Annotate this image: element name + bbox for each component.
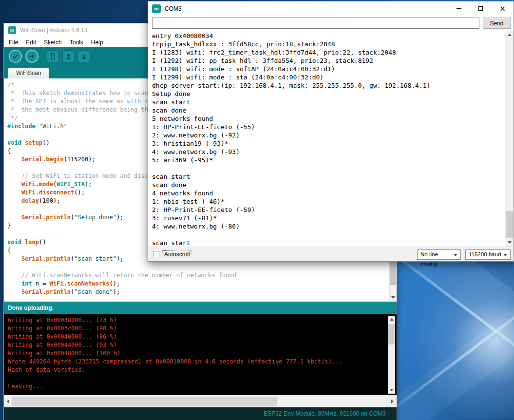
autoscroll-label[interactable]: Autoscroll bbox=[162, 250, 192, 258]
serial-line: 4 networks found bbox=[152, 189, 505, 197]
serial-line: I (1299) wifi: mode : sta (24:0a:c4:00:3… bbox=[152, 73, 505, 81]
code-line bbox=[7, 263, 397, 271]
triangle-down-icon bbox=[390, 389, 394, 391]
autoscroll-checkbox[interactable] bbox=[153, 251, 159, 257]
save-sketch-button[interactable] bbox=[78, 50, 90, 62]
console-scrollbar[interactable] bbox=[388, 316, 395, 394]
serial-line: 2: www.networx.bg (-92) bbox=[152, 131, 505, 139]
menu-file[interactable]: File bbox=[9, 39, 18, 46]
upload-button[interactable] bbox=[25, 50, 38, 63]
tab-wifiscan[interactable]: WiFiScan bbox=[8, 68, 49, 78]
check-icon bbox=[12, 53, 19, 60]
menu-edit[interactable]: Edit bbox=[26, 39, 36, 46]
serial-line: 3: hristian19 (-93)* bbox=[152, 139, 505, 148]
verify-button[interactable] bbox=[9, 50, 22, 63]
code-line: Serial.println("scan done"); bbox=[7, 288, 397, 296]
serial-line: 4: www.networx.bg (-86) bbox=[152, 222, 505, 230]
serial-line: tcpip_task_hdlxxx : 3ffd58cc, prio:18,st… bbox=[152, 40, 505, 48]
scroll-up-button[interactable] bbox=[388, 316, 395, 323]
console-line: Writing at 0x00044000... (93 %) bbox=[8, 341, 393, 349]
line-ending-select[interactable]: No line ending bbox=[417, 249, 461, 260]
triangle-left-icon bbox=[7, 400, 9, 403]
baud-select[interactable]: 115200 baud bbox=[465, 249, 511, 260]
scroll-down-button[interactable] bbox=[505, 238, 514, 247]
serial-line: 4: www.networx.bg (-93) bbox=[152, 148, 505, 156]
baud-value: 115200 baud bbox=[469, 251, 501, 257]
serial-line: 2: HP-Print-EE-ficeto (-59) bbox=[152, 206, 505, 214]
arduino-logo-icon: ∞ bbox=[8, 26, 16, 34]
close-icon: × bbox=[499, 4, 506, 13]
serial-bottom-bar: Autoscroll No line ending 115200 baud bbox=[148, 247, 514, 261]
console-horizontal-scrollbar[interactable] bbox=[4, 395, 397, 407]
new-sketch-button[interactable] bbox=[47, 50, 59, 62]
serial-line: Setup done bbox=[152, 90, 505, 98]
scroll-right-button[interactable] bbox=[388, 396, 397, 407]
serial-window-title: COM3 bbox=[165, 5, 182, 12]
scroll-down-button[interactable] bbox=[390, 293, 397, 302]
menu-help[interactable]: Help bbox=[91, 39, 103, 46]
console-line: Writing at 0x00038000... (73 %) bbox=[8, 316, 393, 325]
open-sketch-button[interactable] bbox=[62, 50, 75, 62]
line-ending-value: No line ending bbox=[420, 251, 438, 267]
serial-output[interactable]: entry 0x40080034tcpip_task_hdlxxx : 3ffd… bbox=[149, 31, 505, 247]
scroll-up-button[interactable] bbox=[505, 31, 514, 39]
triangle-up-icon bbox=[390, 318, 394, 321]
maximize-button[interactable] bbox=[470, 1, 492, 16]
console-line: Wrote 449264 bytes (233715 compressed) a… bbox=[8, 358, 393, 366]
serial-line: scan start bbox=[152, 239, 505, 247]
menu-sketch[interactable]: Sketch bbox=[44, 39, 62, 46]
chevron-down-icon bbox=[503, 254, 507, 256]
scroll-left-button[interactable] bbox=[4, 396, 12, 407]
arduino-logo-icon: ∞ bbox=[152, 4, 161, 13]
serial-line: 5: ari369 (-95)* bbox=[152, 156, 505, 164]
console-line bbox=[8, 374, 393, 382]
serial-line: I (1292) wifi: pp_task_hdl : 3ffda554, p… bbox=[152, 57, 505, 65]
console-line: Writing at 0x00040000... (86 %) bbox=[8, 333, 393, 341]
serial-line: 1: nbis-test (-46)* bbox=[152, 197, 505, 206]
upload-status-bar: Done uploading. bbox=[4, 302, 397, 314]
scrollbar-thumb[interactable] bbox=[388, 324, 395, 344]
menu-tools[interactable]: Tools bbox=[70, 39, 83, 46]
document-icon bbox=[49, 53, 57, 60]
serial-line: dhcp server start:(ip: 192.168.4.1, mask… bbox=[152, 81, 505, 90]
console-line: Writing at 0x0003c000... (80 %) bbox=[8, 325, 393, 333]
console-line: Leaving... bbox=[8, 382, 393, 391]
triangle-up-icon bbox=[508, 34, 512, 36]
serial-line: scan start bbox=[152, 172, 505, 181]
serial-line: scan start bbox=[152, 98, 505, 106]
scroll-down-button[interactable] bbox=[388, 386, 395, 394]
tab-label: WiFiScan bbox=[16, 70, 41, 76]
window-controls: × bbox=[448, 1, 514, 16]
serial-input[interactable] bbox=[152, 18, 479, 29]
triangle-down-icon bbox=[391, 296, 395, 299]
arrow-up-icon bbox=[65, 53, 72, 60]
serial-line bbox=[152, 230, 505, 239]
arrow-right-icon bbox=[28, 53, 36, 60]
ide-window-title: WiFiScan | Arduino 1.6.13 bbox=[20, 27, 88, 34]
arrow-down-icon bbox=[80, 53, 88, 60]
serial-line: I (1283) wifi: frc2_timer_task_hdl:3ffd7… bbox=[152, 48, 505, 57]
scrollbar-thumb[interactable] bbox=[506, 211, 513, 238]
console-output[interactable]: Writing at 0x00038000... (73 %)Writing a… bbox=[4, 314, 397, 395]
serial-scrollbar[interactable] bbox=[505, 31, 514, 247]
minimize-icon bbox=[457, 8, 461, 9]
serial-line: 5 networks found bbox=[152, 115, 505, 123]
triangle-down-icon bbox=[508, 241, 512, 244]
code-line: int n = WiFi.scanNetworks(); bbox=[7, 280, 397, 288]
serial-line bbox=[152, 164, 505, 172]
serial-monitor-window: ∞ COM3 × Send entry 0x40080034tcpip_task… bbox=[148, 1, 514, 262]
scrollbar-thumb[interactable] bbox=[12, 397, 277, 406]
minimize-button[interactable] bbox=[448, 1, 470, 16]
console-line: Writing at 0x00048000... (100 %) bbox=[8, 349, 393, 358]
board-info-text: ESP32 Dev Module, 80MHz, 921600 on COM3 bbox=[4, 407, 397, 420]
serial-line: entry 0x40080034 bbox=[152, 32, 505, 40]
serial-line: 3: rusev71 (-81)* bbox=[152, 214, 505, 222]
send-button[interactable]: Send bbox=[483, 18, 511, 29]
triangle-right-icon bbox=[391, 400, 394, 403]
console-line: Hash of data verified. bbox=[8, 366, 393, 374]
serial-line: I (1298) wifi: mode : softAP (24:0a:c4:0… bbox=[152, 65, 505, 73]
maximize-icon bbox=[478, 6, 483, 11]
serial-titlebar[interactable]: ∞ COM3 × bbox=[148, 1, 514, 16]
close-button[interactable]: × bbox=[492, 1, 514, 16]
serial-line: scan done bbox=[152, 106, 505, 115]
